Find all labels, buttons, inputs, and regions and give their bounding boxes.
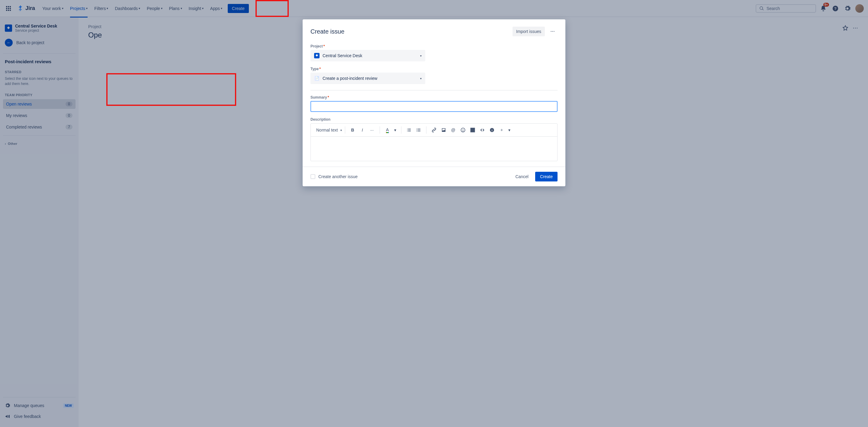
type-select[interactable]: 📄 Create a post-incident review ▾	[310, 73, 425, 84]
modal-body: Project* Central Service Desk ▾ Type* 📄 …	[303, 40, 565, 167]
more-formatting-icon[interactable]: ···	[368, 125, 377, 135]
project-select[interactable]: Central Service Desk ▾	[310, 50, 425, 61]
mention-icon[interactable]: @	[449, 125, 458, 135]
code-icon[interactable]	[478, 125, 487, 135]
numbered-list-icon[interactable]	[414, 125, 423, 135]
svg-point-4	[463, 130, 464, 130]
divider	[310, 90, 558, 90]
project-select-icon	[314, 53, 319, 58]
chevron-down-icon: ▾	[420, 77, 422, 80]
submit-create-button[interactable]: Create	[535, 172, 558, 181]
type-field-label: Type*	[310, 67, 558, 71]
import-issues-button[interactable]: Import issues	[513, 27, 545, 36]
summary-input[interactable]	[310, 101, 558, 112]
checkbox-icon	[310, 174, 315, 179]
info-icon[interactable]: i	[488, 125, 497, 135]
emoji-icon[interactable]	[459, 125, 467, 135]
bullet-list-icon[interactable]	[404, 125, 413, 135]
chevron-down-icon: ▾	[420, 54, 422, 57]
bold-icon[interactable]: B	[348, 125, 357, 135]
svg-text:i: i	[491, 129, 492, 132]
type-select-icon: 📄	[314, 76, 319, 81]
project-field-label: Project*	[310, 44, 558, 48]
description-field-label: Description	[310, 117, 558, 121]
cancel-button[interactable]: Cancel	[512, 172, 532, 181]
modal-footer: Create another issue Cancel Create	[303, 167, 565, 186]
insert-icon[interactable]: ＋	[497, 125, 506, 135]
type-select-value: Create a post-incident review	[322, 76, 377, 81]
table-icon[interactable]	[468, 125, 477, 135]
link-icon[interactable]	[430, 125, 438, 135]
chevron-down-icon[interactable]: ▾	[393, 125, 398, 135]
modal-title: Create issue	[310, 28, 344, 35]
image-icon[interactable]	[439, 125, 448, 135]
create-issue-modal: Create issue Import issues ··· Project* …	[303, 19, 565, 186]
text-color-icon[interactable]: A	[383, 125, 392, 135]
text-style-select[interactable]: Normal text▾	[314, 126, 344, 134]
editor-toolbar: Normal text▾ B I ··· A ▾	[311, 124, 557, 137]
create-another-checkbox[interactable]: Create another issue	[310, 174, 358, 179]
description-editor: Normal text▾ B I ··· A ▾	[310, 123, 558, 161]
modal-more-icon[interactable]: ···	[548, 27, 558, 36]
modal-header: Create issue Import issues ···	[303, 19, 565, 40]
chevron-down-icon[interactable]: ▾	[507, 125, 512, 135]
project-select-value: Central Service Desk	[322, 53, 363, 58]
svg-point-3	[462, 130, 462, 130]
editor-body[interactable]	[311, 137, 557, 161]
summary-field-label: Summary*	[310, 95, 558, 99]
svg-point-2	[461, 128, 465, 132]
italic-icon[interactable]: I	[358, 125, 367, 135]
